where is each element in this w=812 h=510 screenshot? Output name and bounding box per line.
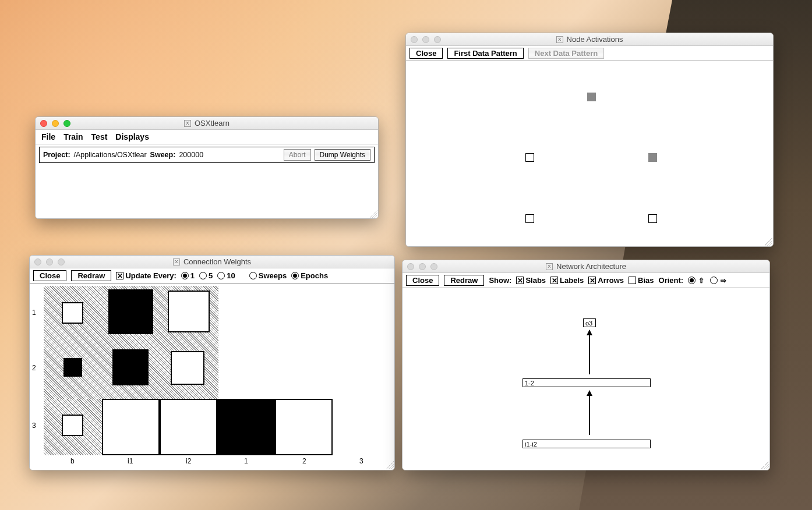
col-label: 2 bbox=[302, 457, 306, 465]
weight-cell bbox=[112, 349, 149, 385]
connection-weights-window: XConnection Weights Close Redraw ✕Update… bbox=[29, 255, 395, 470]
node-hidden-2 bbox=[648, 153, 657, 162]
toolbar: Close Redraw ✕Update Every: 1 5 10 Sweep… bbox=[30, 268, 394, 284]
node-hidden-1 bbox=[525, 153, 534, 162]
node-input-2 bbox=[648, 214, 657, 223]
orient-right-radio[interactable]: ⇨ bbox=[710, 277, 728, 285]
show-label: Show: bbox=[489, 276, 511, 285]
resize-grip[interactable] bbox=[386, 461, 394, 469]
update-every-label: Update Every: bbox=[125, 271, 176, 280]
col-label: i1 bbox=[128, 457, 133, 465]
close-icon[interactable] bbox=[34, 258, 41, 265]
x11-icon: X bbox=[173, 258, 180, 265]
menu-train[interactable]: Train bbox=[63, 132, 83, 141]
close-icon[interactable] bbox=[407, 263, 414, 270]
output-slab: o3 bbox=[583, 318, 596, 327]
minimize-icon[interactable] bbox=[46, 258, 53, 265]
weight-cell bbox=[217, 399, 275, 455]
project-label: Project: bbox=[43, 151, 70, 159]
col-label: 1 bbox=[244, 457, 248, 465]
arrow-right-icon: ⇨ bbox=[719, 277, 728, 285]
sweep-label: Sweep: bbox=[150, 151, 176, 159]
redraw-button[interactable]: Redraw bbox=[71, 270, 111, 281]
network-architecture-window: XNetwork Architecture Close Redraw Show:… bbox=[402, 260, 770, 470]
update-every-checkbox[interactable]: ✕Update Every: bbox=[116, 271, 176, 280]
window-title: OSXtlearn bbox=[195, 119, 230, 128]
node-activations-window: XNode Activations Close First Data Patte… bbox=[405, 33, 774, 247]
bias-checkbox[interactable]: Bias bbox=[629, 276, 654, 285]
next-pattern-button[interactable]: Next Data Pattern bbox=[528, 48, 604, 59]
weight-cell bbox=[108, 289, 153, 334]
toolbar: Close Redraw Show: ✕Slabs ✕Labels ✕Arrow… bbox=[403, 273, 769, 288]
close-button[interactable]: Close bbox=[409, 48, 443, 59]
orient-up-radio[interactable]: ⇧ bbox=[688, 277, 705, 285]
labels-checkbox[interactable]: ✕Labels bbox=[550, 276, 584, 285]
x11-icon: X bbox=[184, 120, 191, 127]
sweeps-radio[interactable]: Sweeps bbox=[249, 271, 287, 280]
weights-canvas: 1 2 3 b i1 i2 1 2 3 bbox=[30, 284, 394, 470]
close-icon[interactable] bbox=[40, 120, 47, 127]
maximize-icon[interactable] bbox=[63, 120, 70, 127]
minimize-icon[interactable] bbox=[422, 36, 429, 43]
first-pattern-button[interactable]: First Data Pattern bbox=[447, 48, 523, 59]
titlebar[interactable]: XOSXtlearn bbox=[36, 117, 378, 130]
epochs-radio[interactable]: Epochs bbox=[291, 271, 328, 280]
window-title: Network Architecture bbox=[556, 262, 626, 271]
weight-cell bbox=[102, 399, 160, 455]
dump-weights-button[interactable]: Dump Weights bbox=[315, 149, 370, 161]
weight-cell bbox=[62, 415, 83, 436]
input-slab: i1-i2 bbox=[522, 440, 651, 448]
minimize-icon[interactable] bbox=[419, 263, 426, 270]
arrow-up-icon: ⇧ bbox=[697, 277, 705, 285]
orient-label: Orient: bbox=[659, 276, 684, 285]
titlebar[interactable]: XNode Activations bbox=[406, 33, 773, 46]
weight-cell bbox=[171, 351, 204, 385]
row-label: 3 bbox=[32, 422, 36, 430]
menu-test[interactable]: Test bbox=[91, 132, 108, 141]
toolbar: Close First Data Pattern Next Data Patte… bbox=[406, 46, 773, 61]
resize-grip[interactable] bbox=[761, 461, 769, 469]
sweep-value: 200000 bbox=[179, 151, 203, 159]
weight-cell bbox=[168, 291, 210, 332]
arrow-icon bbox=[589, 330, 590, 374]
row-label: 1 bbox=[32, 309, 36, 317]
resize-grip[interactable] bbox=[764, 238, 772, 246]
node-input-1 bbox=[525, 214, 534, 223]
menu-displays[interactable]: Displays bbox=[115, 132, 149, 141]
slabs-checkbox[interactable]: ✕Slabs bbox=[516, 276, 546, 285]
col-label: b bbox=[70, 457, 75, 465]
update-5-radio[interactable]: 5 bbox=[199, 271, 213, 280]
architecture-canvas: o3 1-2 i1-i2 bbox=[403, 288, 769, 470]
col-label: i2 bbox=[186, 457, 191, 465]
activations-canvas bbox=[406, 61, 773, 246]
hidden-slab: 1-2 bbox=[522, 378, 651, 387]
x11-icon: X bbox=[556, 36, 563, 43]
arrow-icon bbox=[589, 391, 590, 435]
close-icon[interactable] bbox=[411, 36, 418, 43]
resize-grip[interactable] bbox=[369, 210, 377, 218]
maximize-icon[interactable] bbox=[430, 263, 437, 270]
abort-button[interactable]: Abort bbox=[284, 149, 311, 161]
arrows-checkbox[interactable]: ✕Arrows bbox=[588, 276, 624, 285]
status-bar: Project: /Applications/OSXtlear Sweep: 2… bbox=[39, 147, 375, 163]
weight-cell bbox=[63, 358, 82, 377]
weight-cell bbox=[275, 399, 333, 455]
close-button[interactable]: Close bbox=[406, 275, 439, 286]
row-label: 2 bbox=[32, 364, 36, 372]
osxtlearn-main-window: XOSXtlearn File Train Test Displays Proj… bbox=[35, 116, 379, 219]
update-1-radio[interactable]: 1 bbox=[181, 271, 195, 280]
close-button[interactable]: Close bbox=[33, 270, 66, 281]
maximize-icon[interactable] bbox=[58, 258, 65, 265]
minimize-icon[interactable] bbox=[52, 120, 59, 127]
menu-file[interactable]: File bbox=[41, 132, 55, 141]
weight-cell bbox=[62, 302, 83, 324]
col-label: 3 bbox=[359, 457, 363, 465]
titlebar[interactable]: XConnection Weights bbox=[30, 256, 394, 268]
maximize-icon[interactable] bbox=[434, 36, 441, 43]
window-title: Node Activations bbox=[567, 35, 623, 44]
titlebar[interactable]: XNetwork Architecture bbox=[403, 260, 769, 273]
redraw-button[interactable]: Redraw bbox=[444, 275, 484, 286]
update-10-radio[interactable]: 10 bbox=[217, 271, 235, 280]
window-title: Connection Weights bbox=[183, 257, 251, 266]
weight-cell bbox=[160, 399, 217, 455]
